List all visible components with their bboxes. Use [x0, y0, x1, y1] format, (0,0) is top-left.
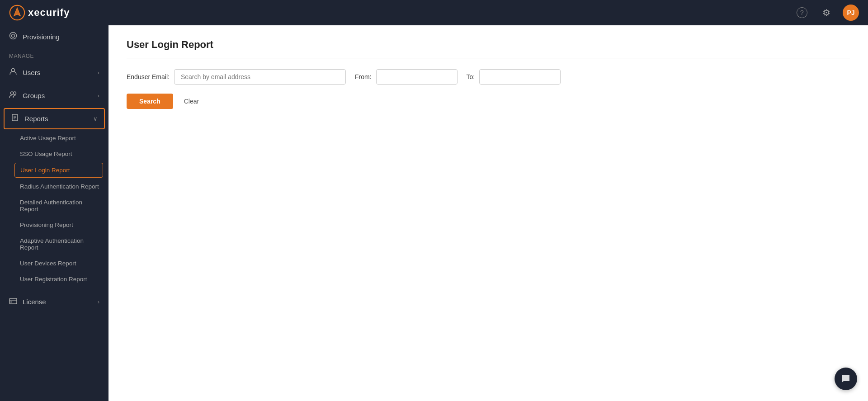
- sidebar-sub-item-detailed-auth-report[interactable]: Detailed Authentication Report: [0, 194, 108, 217]
- manage-section-label: Manage: [0, 48, 108, 61]
- sidebar-sub-item-active-usage-report-label: Active Usage Report: [20, 135, 76, 142]
- clear-button[interactable]: Clear: [179, 94, 203, 109]
- sidebar-sub-item-radius-auth-report[interactable]: Radius Authentication Report: [0, 179, 108, 194]
- svg-rect-12: [9, 298, 17, 304]
- to-filter-group: To:: [467, 69, 561, 85]
- page-title: User Login Report: [127, 39, 850, 58]
- sidebar-sub-item-user-devices-report[interactable]: User Devices Report: [0, 255, 108, 271]
- sidebar-item-reports-label: Reports: [24, 115, 48, 123]
- to-label: To:: [467, 73, 475, 80]
- settings-button[interactable]: ⚙: [818, 5, 835, 21]
- sidebar-item-license[interactable]: License ›: [0, 291, 108, 313]
- svg-rect-14: [10, 302, 12, 302]
- svg-point-4: [12, 34, 15, 38]
- groups-icon: [9, 90, 17, 101]
- sidebar-item-users-label: Users: [23, 69, 40, 76]
- logo[interactable]: xecurify: [9, 5, 70, 21]
- sidebar-sub-item-user-login-report[interactable]: User Login Report: [14, 163, 103, 178]
- filter-row: Enduser Email: From: To:: [127, 69, 850, 85]
- sidebar-sub-item-sso-usage-report-label: SSO Usage Report: [20, 151, 72, 157]
- sidebar-item-users[interactable]: Users ›: [0, 61, 108, 84]
- app-header: xecurify ? ⚙ PJ: [0, 0, 868, 25]
- sidebar-sub-item-user-login-report-label: User Login Report: [20, 167, 70, 174]
- help-icon: ?: [797, 7, 807, 18]
- users-chevron-icon: ›: [98, 69, 99, 76]
- users-icon: [9, 67, 17, 78]
- license-icon: [9, 297, 17, 307]
- svg-marker-1: [14, 8, 20, 16]
- sidebar-sub-item-provisioning-report[interactable]: Provisioning Report: [0, 217, 108, 233]
- sidebar-sub-item-adaptive-auth-report-label: Adaptive Authentication Report: [20, 237, 99, 251]
- from-label: From:: [355, 73, 372, 80]
- sidebar-sub-item-detailed-auth-report-label: Detailed Authentication Report: [20, 199, 99, 212]
- enduser-email-label: Enduser Email:: [127, 73, 170, 80]
- sidebar-item-groups-label: Groups: [23, 92, 45, 99]
- search-button[interactable]: Search: [127, 94, 173, 109]
- from-filter-group: From:: [355, 69, 458, 85]
- logo-icon: [9, 5, 25, 21]
- sidebar-sub-item-user-devices-report-label: User Devices Report: [20, 260, 76, 267]
- main-content: User Login Report Enduser Email: From: T…: [108, 25, 868, 401]
- svg-point-6: [11, 92, 14, 94]
- sidebar-item-groups[interactable]: Groups ›: [0, 84, 108, 107]
- license-chevron-icon: ›: [98, 298, 99, 305]
- svg-point-3: [10, 33, 17, 39]
- chat-icon: [840, 373, 851, 384]
- sidebar-sub-item-active-usage-report[interactable]: Active Usage Report: [0, 130, 108, 146]
- email-filter-group: Enduser Email:: [127, 69, 346, 85]
- avatar[interactable]: PJ: [843, 5, 859, 21]
- sidebar-sub-item-sso-usage-report[interactable]: SSO Usage Report: [0, 146, 108, 162]
- sidebar-item-reports[interactable]: Reports ∨: [4, 108, 105, 129]
- app-body: Provisioning Manage Users › Groups › Rep…: [0, 25, 868, 401]
- provisioning-icon: [9, 32, 17, 42]
- sidebar-item-provisioning-label: Provisioning: [23, 33, 60, 41]
- btn-row: Search Clear: [127, 94, 850, 109]
- sidebar-sub-item-user-registration-report-label: User Registration Report: [20, 276, 87, 283]
- from-date-input[interactable]: [376, 69, 458, 85]
- sidebar-sub-item-user-registration-report[interactable]: User Registration Report: [0, 271, 108, 287]
- reports-chevron-icon: ∨: [93, 115, 98, 122]
- sidebar-sub-item-provisioning-report-label: Provisioning Report: [20, 222, 73, 228]
- sidebar-item-license-label: License: [23, 298, 46, 306]
- sidebar-sub-item-adaptive-auth-report[interactable]: Adaptive Authentication Report: [0, 233, 108, 255]
- to-date-input[interactable]: [479, 69, 561, 85]
- help-button[interactable]: ?: [794, 5, 810, 21]
- logo-text: xecurify: [28, 7, 70, 19]
- groups-chevron-icon: ›: [98, 92, 99, 99]
- email-input[interactable]: [174, 69, 346, 85]
- svg-point-7: [14, 92, 16, 94]
- reports-icon: [11, 113, 19, 124]
- header-actions: ? ⚙ PJ: [794, 5, 859, 21]
- settings-icon: ⚙: [822, 7, 830, 18]
- sidebar-item-provisioning[interactable]: Provisioning: [0, 25, 108, 48]
- sidebar-sub-item-radius-auth-report-label: Radius Authentication Report: [20, 183, 99, 190]
- chat-bubble[interactable]: [835, 368, 857, 390]
- sidebar: Provisioning Manage Users › Groups › Rep…: [0, 25, 108, 401]
